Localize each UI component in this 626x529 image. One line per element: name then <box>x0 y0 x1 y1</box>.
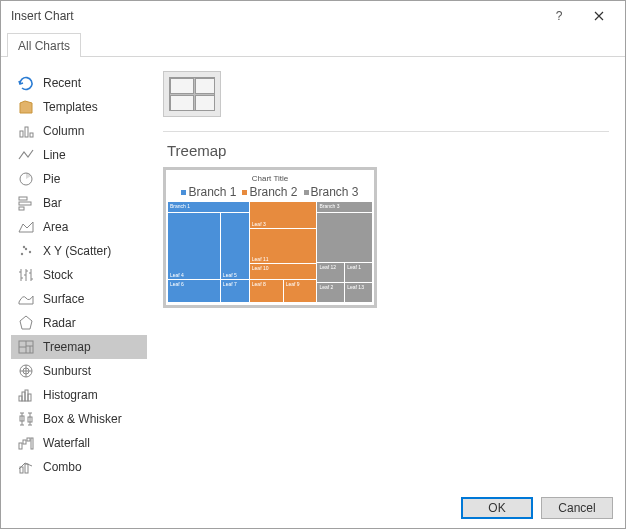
line-icon <box>17 146 35 164</box>
legend-item: Branch 1 <box>181 185 236 199</box>
chart-preview[interactable]: Chart Title Branch 1 Branch 2 Branch 3 B… <box>163 167 377 308</box>
sidebar-item-radar[interactable]: Radar <box>11 311 147 335</box>
pie-icon <box>17 170 35 188</box>
svg-rect-17 <box>28 394 31 401</box>
svg-rect-23 <box>31 438 33 449</box>
treemap-body: Branch 1 Leaf 4 Leaf 5 Leaf 6 Leaf 7 Lea… <box>168 202 372 302</box>
legend-item: Branch 2 <box>242 185 297 199</box>
stock-icon <box>17 266 35 284</box>
svg-rect-20 <box>19 443 22 449</box>
main-panel: Treemap Chart Title Branch 1 Branch 2 Br… <box>157 71 615 480</box>
sidebar-item-label: Pie <box>43 172 60 186</box>
sidebar-item-label: Bar <box>43 196 62 210</box>
sidebar-item-templates[interactable]: Templates <box>11 95 147 119</box>
leaf-cell: Leaf 2 <box>317 283 344 302</box>
sidebar-item-treemap[interactable]: Treemap <box>11 335 147 359</box>
sidebar-item-label: Templates <box>43 100 98 114</box>
branch-1: Branch 1 Leaf 4 Leaf 5 Leaf 6 Leaf 7 <box>168 202 249 302</box>
sidebar-item-line[interactable]: Line <box>11 143 147 167</box>
leaf-cell: Leaf 6 <box>168 280 220 302</box>
subtype-treemap[interactable] <box>163 71 221 117</box>
svg-point-9 <box>29 251 31 253</box>
svg-point-10 <box>23 246 25 248</box>
sidebar-item-label: Box & Whisker <box>43 412 122 426</box>
sidebar-item-label: Column <box>43 124 84 138</box>
branch-3: Branch 3 Leaf 12 Leaf 1 Leaf 2 Leaf 13 <box>317 202 372 302</box>
treemap-icon <box>17 338 35 356</box>
sidebar-item-bar[interactable]: Bar <box>11 191 147 215</box>
cancel-button[interactable]: Cancel <box>541 497 613 519</box>
leaf-cell: Leaf 7 <box>221 280 249 302</box>
svg-point-7 <box>21 253 23 255</box>
leaf-cell: Leaf 8 <box>250 280 283 302</box>
sidebar-item-label: Histogram <box>43 388 98 402</box>
svg-rect-21 <box>23 440 26 444</box>
sidebar-item-surface[interactable]: Surface <box>11 287 147 311</box>
sidebar-item-label: Stock <box>43 268 73 282</box>
svg-rect-25 <box>25 464 28 473</box>
sidebar-item-area[interactable]: Area <box>11 215 147 239</box>
waterfall-icon <box>17 434 35 452</box>
sidebar-item-label: Combo <box>43 460 82 474</box>
branch-header: Branch 3 <box>317 202 372 212</box>
ok-button[interactable]: OK <box>461 497 533 519</box>
help-button[interactable]: ? <box>539 2 579 30</box>
treemap-thumb-icon <box>169 77 215 111</box>
sidebar-item-label: Recent <box>43 76 81 90</box>
combo-icon <box>17 458 35 476</box>
svg-rect-1 <box>25 127 28 137</box>
branch-2: Leaf 3 Leaf 11 Leaf 10 Leaf 8 Leaf 9 <box>250 202 317 302</box>
subtype-title: Treemap <box>167 142 609 159</box>
leaf-cell: Leaf 13 <box>345 283 372 302</box>
leaf-cell: Leaf 1 <box>345 263 372 282</box>
svg-rect-6 <box>19 207 24 210</box>
scatter-icon <box>17 242 35 260</box>
sidebar-item-sunburst[interactable]: Sunburst <box>11 359 147 383</box>
separator <box>163 131 609 132</box>
close-button[interactable] <box>579 2 619 30</box>
window-title: Insert Chart <box>11 9 539 23</box>
svg-rect-22 <box>27 438 30 441</box>
sidebar-item-label: X Y (Scatter) <box>43 244 111 258</box>
content-area: Recent Templates Column Line Pie Bar Are… <box>1 57 625 488</box>
leaf-cell: Leaf 12 <box>317 263 344 282</box>
leaf-cell: Leaf 3 <box>250 202 317 228</box>
sidebar-item-histogram[interactable]: Histogram <box>11 383 147 407</box>
sidebar-item-label: Area <box>43 220 68 234</box>
leaf-cell: Leaf 9 <box>284 280 317 302</box>
sidebar-item-recent[interactable]: Recent <box>11 71 147 95</box>
leaf-cell <box>317 213 372 262</box>
boxwhisker-icon <box>17 410 35 428</box>
leaf-cell: Leaf 4 <box>168 213 220 279</box>
svg-rect-5 <box>19 202 31 205</box>
area-icon <box>17 218 35 236</box>
sidebar-item-combo[interactable]: Combo <box>11 455 147 479</box>
chart-preview-title: Chart Title <box>252 174 288 183</box>
sidebar-item-label: Line <box>43 148 66 162</box>
sidebar-item-scatter[interactable]: X Y (Scatter) <box>11 239 147 263</box>
svg-point-8 <box>25 248 27 250</box>
sidebar-item-waterfall[interactable]: Waterfall <box>11 431 147 455</box>
sidebar-item-stock[interactable]: Stock <box>11 263 147 287</box>
sidebar-item-pie[interactable]: Pie <box>11 167 147 191</box>
bar-icon <box>17 194 35 212</box>
subtype-row <box>163 71 609 117</box>
histogram-icon <box>17 386 35 404</box>
titlebar: Insert Chart ? <box>1 1 625 31</box>
sidebar-item-column[interactable]: Column <box>11 119 147 143</box>
templates-icon <box>17 98 35 116</box>
svg-rect-2 <box>30 133 33 137</box>
sunburst-icon <box>17 362 35 380</box>
sidebar-item-label: Sunburst <box>43 364 91 378</box>
sidebar-item-label: Treemap <box>43 340 91 354</box>
leaf-cell: Leaf 5 <box>221 213 249 279</box>
sidebar-item-label: Waterfall <box>43 436 90 450</box>
tab-all-charts[interactable]: All Charts <box>7 33 81 57</box>
tab-row: All Charts <box>1 31 625 57</box>
sidebar-item-label: Surface <box>43 292 84 306</box>
legend-swatch-icon <box>304 190 309 195</box>
legend-item: Branch 3 <box>304 185 359 199</box>
sidebar-item-boxwhisker[interactable]: Box & Whisker <box>11 407 147 431</box>
column-icon <box>17 122 35 140</box>
branch-header: Branch 1 <box>168 202 249 212</box>
